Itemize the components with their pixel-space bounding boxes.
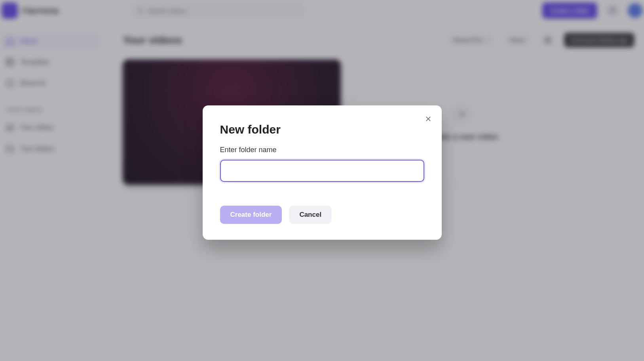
modal-title: New folder <box>220 123 424 136</box>
modal-overlay[interactable]: New folder Enter folder name Create fold… <box>0 0 644 361</box>
new-folder-modal: New folder Enter folder name Create fold… <box>203 105 442 240</box>
cancel-label: Cancel <box>299 211 321 219</box>
modal-actions: Create folder Cancel <box>220 206 424 224</box>
close-icon <box>425 115 432 122</box>
folder-name-input[interactable] <box>220 160 424 182</box>
modal-field-label: Enter folder name <box>220 146 424 154</box>
cancel-button[interactable]: Cancel <box>289 206 332 224</box>
close-button[interactable] <box>423 113 434 124</box>
create-folder-label: Create folder <box>230 211 272 219</box>
create-folder-button[interactable]: Create folder <box>220 206 282 224</box>
